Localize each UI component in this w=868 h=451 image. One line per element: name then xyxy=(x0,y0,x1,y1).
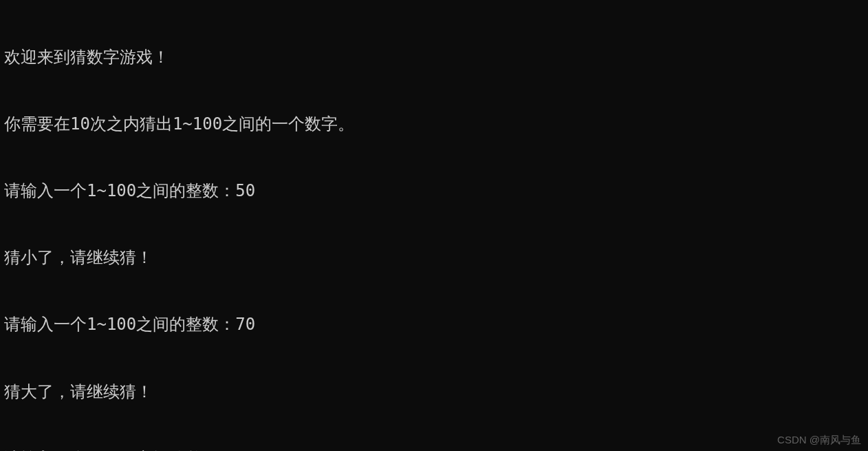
output-line: 请输入一个1~100之间的整数：60 xyxy=(4,448,864,451)
watermark-text: CSDN @南风与鱼 xyxy=(777,433,861,447)
output-line: 请输入一个1~100之间的整数：50 xyxy=(4,180,864,202)
output-line: 猜小了，请继续猜！ xyxy=(4,247,864,269)
output-line: 欢迎来到猜数字游戏！ xyxy=(4,46,864,68)
terminal-output[interactable]: 欢迎来到猜数字游戏！ 你需要在10次之内猜出1~100之间的一个数字。 请输入一… xyxy=(4,1,864,451)
output-line: 请输入一个1~100之间的整数：70 xyxy=(4,313,864,335)
output-line: 你需要在10次之内猜出1~100之间的一个数字。 xyxy=(4,113,864,135)
output-line: 猜大了，请继续猜！ xyxy=(4,381,864,403)
